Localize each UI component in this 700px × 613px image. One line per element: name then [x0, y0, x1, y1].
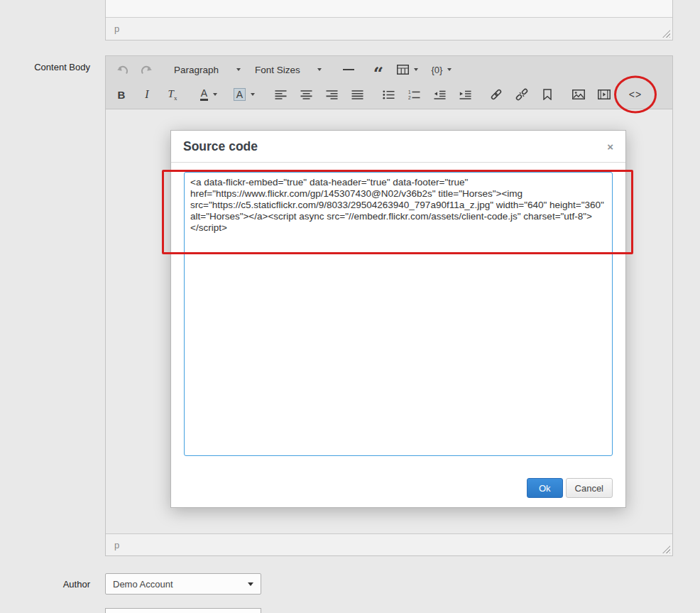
chevron-down-icon: [447, 68, 452, 71]
bullet-list-button[interactable]: [378, 85, 399, 104]
indent-button[interactable]: [454, 85, 476, 104]
dialog-header[interactable]: Source code ×: [171, 131, 625, 163]
next-field-partial[interactable]: [105, 608, 261, 613]
source-code-dialog: Source code × <a data-flickr-embed="true…: [170, 130, 626, 508]
editor-statusbar: p: [106, 533, 672, 555]
horizontal-rule-icon: [343, 69, 354, 70]
element-path[interactable]: p: [114, 23, 119, 34]
token-dropdown-button[interactable]: {0}: [426, 60, 457, 79]
horizontal-rule-button[interactable]: [338, 60, 359, 79]
editor-above-content[interactable]: [106, 0, 672, 18]
bold-button[interactable]: B: [111, 85, 132, 104]
dialog-title: Source code: [183, 139, 607, 154]
paragraph-format-value: Paragraph: [174, 65, 219, 75]
bookmark-icon: [542, 89, 552, 100]
toolbar-row-1: Paragraph Font Sizes “ {0}: [109, 58, 669, 82]
token-icon: {0}: [432, 65, 443, 75]
background-color-icon: A: [234, 88, 246, 101]
source-code-textarea[interactable]: <a data-flickr-embed="true" data-header=…: [184, 172, 613, 456]
source-code-button[interactable]: <>: [625, 85, 646, 104]
italic-button[interactable]: I: [136, 85, 158, 104]
dialog-body: <a data-flickr-embed="true" data-header=…: [171, 163, 625, 478]
chevron-down-icon: [248, 582, 253, 586]
ok-button[interactable]: Ok: [527, 478, 563, 498]
chevron-down-icon: [317, 68, 322, 71]
numbered-list-button[interactable]: 12: [403, 85, 425, 104]
insert-link-button[interactable]: [486, 85, 507, 104]
link-icon: [490, 88, 503, 101]
align-center-button[interactable]: [295, 85, 317, 104]
svg-text:2: 2: [408, 95, 411, 99]
image-icon: [572, 89, 585, 99]
text-color-button[interactable]: A: [193, 85, 224, 104]
redo-button[interactable]: [136, 60, 158, 79]
close-icon[interactable]: ×: [607, 141, 613, 153]
align-justify-icon: [351, 90, 363, 99]
align-left-icon: [275, 90, 287, 99]
outdent-icon: [434, 90, 446, 99]
page: p Content Body Paragraph Font Size: [0, 0, 700, 613]
undo-icon: [116, 65, 128, 75]
author-label: Author: [0, 579, 90, 590]
bold-icon: B: [118, 89, 126, 101]
editor-above: p: [105, 0, 673, 40]
clear-formatting-icon: Tx: [168, 88, 177, 102]
insert-image-button[interactable]: [568, 85, 589, 104]
align-right-icon: [326, 90, 338, 99]
svg-text:1: 1: [408, 90, 411, 94]
align-right-button[interactable]: [321, 85, 342, 104]
cancel-button[interactable]: Cancel: [566, 478, 613, 498]
element-path[interactable]: p: [114, 540, 119, 550]
chevron-down-icon: [251, 93, 255, 96]
anchor-button[interactable]: [537, 85, 558, 104]
dialog-footer: Ok Cancel: [171, 478, 625, 507]
table-dropdown-button[interactable]: [393, 60, 422, 79]
resize-grip[interactable]: [662, 30, 670, 38]
outdent-button[interactable]: [429, 85, 450, 104]
text-color-icon: A: [200, 88, 208, 101]
chevron-down-icon: [414, 68, 418, 71]
insert-media-button[interactable]: [594, 85, 615, 104]
media-icon: [598, 89, 611, 99]
clear-formatting-button[interactable]: Tx: [162, 85, 183, 104]
undo-button[interactable]: [111, 60, 132, 79]
unlink-icon: [515, 88, 528, 101]
redo-icon: [141, 65, 153, 75]
background-color-button[interactable]: A: [229, 85, 260, 104]
author-select[interactable]: Demo Account: [105, 573, 261, 595]
content-body-label: Content Body: [0, 62, 90, 72]
author-select-value: Demo Account: [113, 579, 173, 590]
align-center-icon: [300, 90, 312, 99]
source-code-icon: <>: [629, 89, 642, 100]
indent-icon: [459, 90, 471, 99]
numbered-list-icon: 12: [408, 90, 420, 99]
paragraph-format-dropdown[interactable]: Paragraph: [168, 60, 247, 79]
align-justify-button[interactable]: [346, 85, 368, 104]
table-icon: [397, 65, 409, 75]
blockquote-button[interactable]: “: [368, 60, 389, 79]
resize-grip[interactable]: [662, 546, 670, 553]
remove-link-button[interactable]: [511, 85, 532, 104]
font-sizes-value: Font Sizes: [255, 65, 300, 75]
align-left-button[interactable]: [270, 85, 291, 104]
italic-icon: I: [145, 88, 148, 101]
blockquote-icon: “: [373, 63, 383, 84]
chevron-down-icon: [236, 68, 241, 71]
chevron-down-icon: [213, 93, 217, 96]
editor-above-statusbar: p: [106, 18, 672, 40]
font-sizes-dropdown[interactable]: Font Sizes: [248, 60, 328, 79]
editor-toolbar: Paragraph Font Sizes “ {0}: [106, 56, 672, 109]
bullet-list-icon: [383, 90, 395, 99]
toolbar-row-2: B I Tx A A: [109, 82, 669, 107]
